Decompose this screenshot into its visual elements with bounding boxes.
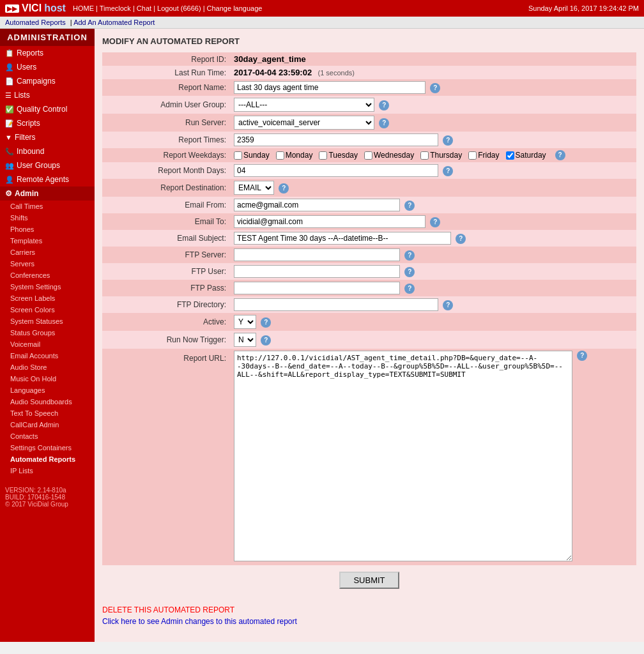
nav-timeclock[interactable]: Timeclock <box>100 4 131 12</box>
email-from-input[interactable] <box>234 199 400 211</box>
ftp-pass-help-icon[interactable]: ? <box>404 284 415 294</box>
report-url-label: Report URL: <box>102 349 230 565</box>
weekday-friday-checkbox[interactable] <box>468 151 477 160</box>
admin-user-group-help-icon[interactable]: ? <box>379 100 389 110</box>
sidebar-item-users[interactable]: 👤 Users <box>0 60 95 74</box>
sidebar-sub-conferences[interactable]: Conferences <box>0 270 95 281</box>
nav-home[interactable]: HOME <box>73 4 94 12</box>
sidebar-sub-voicemail[interactable]: Voicemail <box>0 338 95 350</box>
sidebar-sub-screen-colors[interactable]: Screen Colors <box>0 304 95 316</box>
build-label: BUILD: 170416-1548 <box>5 494 89 501</box>
sidebar-sub-call-times[interactable]: Call Times <box>0 201 95 212</box>
footer-area: VERSION: 2.14-810a BUILD: 170416-1548 © … <box>0 476 95 518</box>
report-times-input[interactable] <box>234 133 438 146</box>
sidebar-item-inbound[interactable]: 📞 Inbound <box>0 144 95 158</box>
report-destination-select[interactable]: EMAIL <box>234 181 274 195</box>
run-now-select[interactable]: N Y <box>234 333 256 347</box>
nav-chat[interactable]: Chat <box>137 4 151 12</box>
sidebar-sub-status-groups[interactable]: Status Groups <box>0 327 95 338</box>
nav-language[interactable]: Change language <box>207 4 263 12</box>
run-server-help-icon[interactable]: ? <box>379 118 389 128</box>
email-from-help-icon[interactable]: ? <box>404 201 415 211</box>
audit-link[interactable]: Click here to see Admin changes to this … <box>102 617 297 626</box>
sidebar-sub-system-statuses[interactable]: System Statuses <box>0 316 95 327</box>
sidebar-sub-languages[interactable]: Languages <box>0 384 95 396</box>
sidebar-item-campaigns[interactable]: 📄 Campaigns <box>0 74 95 88</box>
sidebar-sub-automated-reports[interactable]: Automated Reports <box>0 453 95 465</box>
sidebar-sub-audio-store[interactable]: Audio Store <box>0 361 95 373</box>
ftp-server-help-icon[interactable]: ? <box>404 250 415 261</box>
sidebar-sub-templates[interactable]: Templates <box>0 235 95 247</box>
ftp-pass-input[interactable] <box>234 282 400 294</box>
qc-icon: ✅ <box>5 105 14 114</box>
email-subject-input[interactable] <box>234 232 451 245</box>
weekday-thursday-checkbox[interactable] <box>420 151 429 160</box>
email-subject-help-icon[interactable]: ? <box>456 234 466 244</box>
sidebar-sub-servers[interactable]: Servers <box>0 258 95 270</box>
report-url-textarea[interactable]: http://127.0.0.1/vicidial/AST_agent_time… <box>234 351 572 561</box>
ftp-directory-help-icon[interactable]: ? <box>443 300 453 310</box>
nav-automated-reports[interactable]: Automated Reports <box>5 19 66 26</box>
sidebar-sub-system-settings[interactable]: System Settings <box>0 281 95 293</box>
weekday-monday-checkbox[interactable] <box>276 151 284 160</box>
ftp-user-input[interactable] <box>234 265 400 278</box>
sidebar-item-label: Scripts <box>17 119 40 128</box>
page-title: MODIFY AN AUTOMATED REPORT <box>102 34 636 49</box>
sidebar-item-reports[interactable]: 📋 Reports <box>0 46 95 60</box>
weekday-saturday: Saturday <box>506 151 546 160</box>
admin-user-group-select[interactable]: ---ALL--- <box>234 98 374 112</box>
sidebar-sub-carriers[interactable]: Carriers <box>0 247 95 258</box>
report-times-help-icon[interactable]: ? <box>443 135 453 146</box>
sidebar-sub-ip-lists[interactable]: IP Lists <box>0 465 95 476</box>
weekdays-help-icon[interactable]: ? <box>555 150 565 160</box>
report-month-days-input[interactable] <box>234 164 438 177</box>
run-server-select[interactable]: active_voicemail_server <box>234 116 374 130</box>
sidebar-sub-music-on-hold[interactable]: Music On Hold <box>0 373 95 384</box>
sidebar-sub-phones[interactable]: Phones <box>0 224 95 235</box>
sidebar-item-user-groups[interactable]: 👥 User Groups <box>0 158 95 172</box>
sidebar-sub-shifts[interactable]: Shifts <box>0 212 95 224</box>
run-now-help-icon[interactable]: ? <box>261 335 271 346</box>
weekday-sunday-checkbox[interactable] <box>234 151 242 160</box>
ftp-directory-input[interactable] <box>234 298 438 311</box>
weekday-monday: Monday <box>276 151 313 160</box>
weekday-monday-label: Monday <box>286 151 313 160</box>
report-destination-help-icon[interactable]: ? <box>279 183 289 194</box>
sidebar-item-quality-control[interactable]: ✅ Quality Control <box>0 102 95 116</box>
weekday-wednesday-checkbox[interactable] <box>364 151 372 160</box>
nav-add-automated-report[interactable]: Add An Automated Report <box>73 19 155 26</box>
active-help-icon[interactable]: ? <box>261 317 271 328</box>
ftp-server-input[interactable] <box>234 248 400 261</box>
scripts-icon: 📝 <box>5 119 14 128</box>
ftp-user-help-icon[interactable]: ? <box>404 267 415 277</box>
sidebar-sub-settings-containers[interactable]: Settings Containers <box>0 442 95 453</box>
usergroups-icon: 👥 <box>5 162 14 170</box>
copyright-link[interactable]: © 2017 ViciDial Group <box>5 501 68 508</box>
weekday-friday: Friday <box>468 151 499 160</box>
report-name-input[interactable] <box>234 81 425 94</box>
report-name-help-icon[interactable]: ? <box>430 83 440 93</box>
email-to-input[interactable] <box>234 215 425 228</box>
sidebar-item-filters[interactable]: ▼ Filters <box>0 130 95 144</box>
report-url-help-icon[interactable]: ? <box>577 351 587 361</box>
weekday-thursday: Thursday <box>420 151 462 160</box>
sidebar-item-lists[interactable]: ☰ Lists <box>0 88 95 102</box>
ftp-directory-label: FTP Directory: <box>102 296 230 313</box>
sidebar-sub-screen-labels[interactable]: Screen Labels <box>0 293 95 304</box>
nav-logout[interactable]: Logout (6666) <box>157 4 201 12</box>
report-month-days-help-icon[interactable]: ? <box>443 166 453 176</box>
sidebar-item-scripts[interactable]: 📝 Scripts <box>0 116 95 130</box>
submit-button[interactable]: SUBMIT <box>339 572 399 589</box>
email-to-help-icon[interactable]: ? <box>430 217 440 227</box>
weekday-saturday-checkbox[interactable] <box>506 151 514 160</box>
weekday-tuesday-checkbox[interactable] <box>319 151 327 160</box>
sidebar-sub-text-to-speech[interactable]: Text To Speech <box>0 407 95 419</box>
delete-link[interactable]: DELETE THIS AUTOMATED REPORT <box>102 605 636 614</box>
sidebar-sub-callcard-admin[interactable]: CallCard Admin <box>0 419 95 430</box>
sidebar-section-admin[interactable]: ⚙ Admin <box>0 186 95 201</box>
active-select[interactable]: Y N <box>234 315 256 329</box>
sidebar-item-remote-agents[interactable]: 👤 Remote Agents <box>0 172 95 186</box>
sidebar-sub-audio-soundboards[interactable]: Audio Soundboards <box>0 396 95 407</box>
sidebar-sub-email-accounts[interactable]: Email Accounts <box>0 350 95 361</box>
sidebar-sub-contacts[interactable]: Contacts <box>0 430 95 442</box>
